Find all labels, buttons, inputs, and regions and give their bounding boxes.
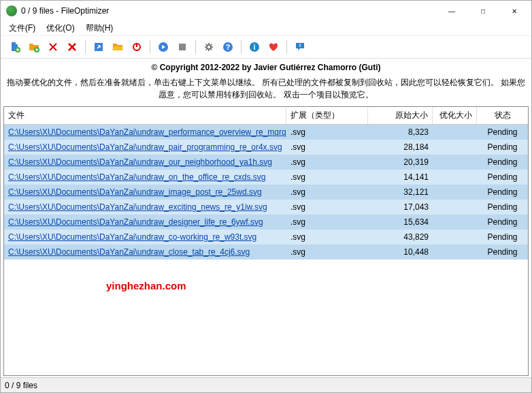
app-icon [6,5,17,16]
table-row[interactable]: C:\Users\XU\Documents\DaYanZai\undraw_im… [4,185,528,200]
file-link[interactable]: C:\Users\XU\Documents\DaYanZai\undraw_de… [8,217,263,227]
cell-status: Pending [477,185,528,200]
cell-orig: 10,448 [368,245,433,260]
file-link[interactable]: C:\Users\XU\Documents\DaYanZai\undraw_ex… [8,202,267,212]
cell-file: C:\Users\XU\Documents\DaYanZai\undraw_on… [4,170,286,185]
file-table: 文件 扩展（类型） 原始大小 优化大小 状态 yinghezhan.com C:… [3,106,529,376]
add-folder-button[interactable] [25,39,43,55]
cell-file: C:\Users\XU\Documents\DaYanZai\undraw_ex… [4,200,286,215]
cell-file: C:\Users\XU\Documents\DaYanZai\undraw_pe… [4,125,286,140]
file-link[interactable]: C:\Users\XU\Documents\DaYanZai\undraw_ou… [8,157,272,167]
power-button[interactable] [128,39,146,55]
menu-help[interactable]: 帮助(H) [80,21,119,35]
instructions-text: 拖动要优化的文件，然后在准备就绪后，单击右键上下文菜单以继续。 所有已处理的文件… [1,74,531,106]
menubar: 文件(F) 优化(O) 帮助(H) [1,21,531,36]
cell-orig: 20,319 [368,155,433,170]
cell-file: C:\Users\XU\Documents\DaYanZai\undraw_pa… [4,140,286,155]
cell-file: C:\Users\XU\Documents\DaYanZai\undraw_ou… [4,155,286,170]
table-body[interactable]: yinghezhan.com C:\Users\XU\Documents\DaY… [4,125,528,375]
cell-orig: 8,323 [368,125,433,140]
copyright-text: © Copyright 2012-2022 by Javier Gutiérre… [1,59,531,74]
cell-opt [433,185,477,200]
help-button[interactable]: ? [219,39,237,55]
svg-text:i: i [299,42,301,48]
separator [241,40,242,54]
svg-rect-4 [179,44,186,50]
close-button[interactable]: ✕ [499,1,530,21]
watermark: yinghezhan.com [106,280,186,292]
cell-ext: .svg [286,245,368,260]
table-row[interactable]: C:\Users\XU\Documents\DaYanZai\undraw_cl… [4,245,528,260]
separator [286,40,287,54]
col-status[interactable]: 状态 [477,107,528,124]
col-ext[interactable]: 扩展（类型） [286,107,368,124]
window-title: 0 / 9 files - FileOptimizer [21,6,436,16]
info-button[interactable]: i [246,39,263,55]
cell-opt [433,140,477,155]
cell-status: Pending [477,215,528,230]
table-row[interactable]: C:\Users\XU\Documents\DaYanZai\undraw_co… [4,230,528,245]
cell-status: Pending [477,140,528,155]
titlebar: 0 / 9 files - FileOptimizer — □ ✕ [1,1,531,21]
comment-button[interactable]: i [291,39,309,55]
status-text: 0 / 9 files [5,381,37,390]
svg-text:i: i [253,43,255,51]
separator [85,40,86,54]
cell-opt [433,200,477,215]
stop-button[interactable] [173,39,191,55]
settings-button[interactable] [200,39,218,55]
cell-status: Pending [477,125,528,140]
cell-status: Pending [477,245,528,260]
cell-opt [433,230,477,245]
file-link[interactable]: C:\Users\XU\Documents\DaYanZai\undraw_co… [8,232,256,242]
minimize-button[interactable]: — [436,1,467,21]
cell-ext: .svg [286,215,368,230]
donate-button[interactable] [265,39,282,55]
cell-opt [433,170,477,185]
cell-ext: .svg [286,125,368,140]
file-link[interactable]: C:\Users\XU\Documents\DaYanZai\undraw_cl… [8,247,250,257]
table-row[interactable]: C:\Users\XU\Documents\DaYanZai\undraw_ex… [4,200,528,215]
file-link[interactable]: C:\Users\XU\Documents\DaYanZai\undraw_im… [8,187,262,197]
col-orig[interactable]: 原始大小 [368,107,433,124]
cell-orig: 14,141 [368,170,433,185]
cell-ext: .svg [286,170,368,185]
cell-file: C:\Users\XU\Documents\DaYanZai\undraw_im… [4,185,286,200]
menu-file[interactable]: 文件(F) [3,21,41,35]
svg-text:?: ? [226,43,231,51]
cell-opt [433,125,477,140]
col-file[interactable]: 文件 [4,107,286,124]
cell-ext: .svg [286,230,368,245]
cell-orig: 15,634 [368,215,433,230]
table-header: 文件 扩展（类型） 原始大小 优化大小 状态 [4,107,528,125]
cell-orig: 32,121 [368,185,433,200]
cell-status: Pending [477,155,528,170]
cell-orig: 43,829 [368,230,433,245]
folder-button[interactable] [109,39,127,55]
table-row[interactable]: C:\Users\XU\Documents\DaYanZai\undraw_on… [4,170,528,185]
statusbar: 0 / 9 files [1,377,531,392]
play-button[interactable] [154,39,172,55]
open-button[interactable] [90,39,107,55]
table-row[interactable]: C:\Users\XU\Documents\DaYanZai\undraw_pa… [4,140,528,155]
separator [195,40,196,54]
col-opt[interactable]: 优化大小 [433,107,477,124]
cell-opt [433,245,477,260]
cell-file: C:\Users\XU\Documents\DaYanZai\undraw_cl… [4,245,286,260]
cell-ext: .svg [286,140,368,155]
toolbar: ? i i [1,36,531,59]
cell-ext: .svg [286,200,368,215]
cell-file: C:\Users\XU\Documents\DaYanZai\undraw_co… [4,230,286,245]
cell-opt [433,155,477,170]
file-link[interactable]: C:\Users\XU\Documents\DaYanZai\undraw_on… [8,172,265,182]
menu-optimize[interactable]: 优化(O) [41,21,80,35]
add-file-button[interactable] [6,39,24,55]
remove-button[interactable] [44,39,62,55]
table-row[interactable]: C:\Users\XU\Documents\DaYanZai\undraw_pe… [4,125,528,140]
file-link[interactable]: C:\Users\XU\Documents\DaYanZai\undraw_pe… [8,127,286,137]
file-link[interactable]: C:\Users\XU\Documents\DaYanZai\undraw_pa… [8,142,282,152]
table-row[interactable]: C:\Users\XU\Documents\DaYanZai\undraw_de… [4,215,528,230]
maximize-button[interactable]: □ [467,1,499,21]
table-row[interactable]: C:\Users\XU\Documents\DaYanZai\undraw_ou… [4,155,528,170]
clear-button[interactable] [63,39,81,55]
